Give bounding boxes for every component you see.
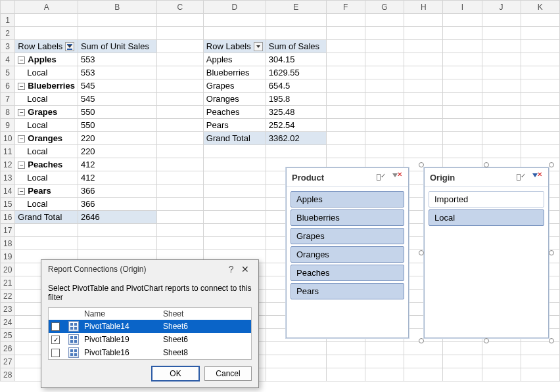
cell[interactable]: Oranges [203,93,266,106]
row-header[interactable]: 11 [1,145,15,158]
cell[interactable]: 252.54 [266,119,326,132]
col-header[interactable]: G [365,1,404,14]
cell[interactable]: Row Labels [15,40,78,53]
cell[interactable] [203,27,266,40]
slicer-item[interactable]: Imported [429,191,544,207]
cell[interactable] [203,171,266,185]
cell[interactable] [326,93,365,106]
cell[interactable] [521,14,559,27]
cell[interactable]: 304.15 [266,53,326,66]
clear-filter-icon[interactable] [391,172,403,183]
cell[interactable] [404,93,443,106]
dialog-row[interactable]: ✓PivotTable19Sheet6 [49,333,251,346]
cell[interactable] [365,355,404,368]
cell[interactable] [482,355,521,368]
cell[interactable]: Local [15,198,78,211]
cell[interactable] [404,342,443,355]
cell[interactable] [404,355,443,368]
row-header[interactable]: 21 [1,276,15,290]
cell[interactable] [365,368,404,381]
cell[interactable] [365,342,404,355]
cell[interactable] [326,368,365,381]
cell[interactable]: Local [15,66,78,79]
cell[interactable]: Local [15,93,78,106]
cell[interactable] [156,106,203,119]
row-header[interactable]: 7 [1,93,15,106]
row-header[interactable]: 10 [1,132,15,145]
cell[interactable]: −Blueberries [15,79,78,93]
cell[interactable] [203,237,266,250]
checkbox[interactable]: ✓ [51,336,60,344]
cell[interactable]: Local [15,171,78,185]
clear-filter-icon[interactable] [531,172,543,183]
cell[interactable]: Peaches [203,106,266,119]
row-header[interactable]: 22 [1,290,15,303]
cell[interactable]: 553 [78,53,156,66]
cell[interactable] [521,355,559,368]
row-header[interactable]: 17 [1,224,15,237]
slicer-item[interactable]: Pears [291,283,404,299]
cell[interactable]: 195.8 [266,93,326,106]
cell[interactable] [156,93,203,106]
cell[interactable]: −Grapes [15,106,78,119]
cell[interactable] [443,119,482,132]
row-header[interactable]: 6 [1,79,15,93]
cell[interactable]: 3362.02 [266,132,326,145]
cell[interactable] [404,27,443,40]
collapse-icon[interactable]: − [18,83,25,90]
cell[interactable] [326,355,365,368]
cell[interactable]: 2646 [78,211,156,224]
cell[interactable] [365,14,404,27]
cell[interactable] [203,14,266,27]
filter-icon[interactable] [254,42,263,51]
cell[interactable]: 550 [78,106,156,119]
cell[interactable] [203,145,266,158]
report-connections-dialog[interactable]: Report Connections (Origin) ? ✕ Select P… [41,259,259,388]
cell[interactable] [443,93,482,106]
cell[interactable] [266,145,326,158]
checkbox[interactable] [51,349,60,357]
cell[interactable] [203,211,266,224]
cell[interactable] [482,40,521,53]
cell[interactable]: Pears [203,119,266,132]
cell[interactable] [482,145,521,158]
close-icon[interactable]: ✕ [239,264,252,274]
cell[interactable] [203,158,266,171]
slicer-item[interactable]: Peaches [291,265,404,281]
cell[interactable] [326,119,365,132]
cell[interactable]: 550 [78,119,156,132]
cell[interactable] [443,145,482,158]
cell[interactable]: 366 [78,198,156,211]
cell[interactable] [203,185,266,198]
help-icon[interactable]: ? [226,264,237,274]
cell[interactable]: 220 [78,132,156,145]
cell[interactable] [365,106,404,119]
row-header[interactable]: 27 [1,355,15,368]
cell[interactable] [521,40,559,53]
cell[interactable] [266,27,326,40]
cell[interactable] [404,106,443,119]
col-header[interactable]: H [404,1,443,14]
cell[interactable] [404,66,443,79]
cell[interactable] [156,40,203,53]
cell[interactable]: 325.48 [266,106,326,119]
row-header[interactable]: 24 [1,316,15,329]
cell[interactable] [521,132,559,145]
cell[interactable] [443,27,482,40]
cell[interactable] [365,132,404,145]
cell[interactable]: Grapes [203,79,266,93]
cell[interactable] [404,53,443,66]
cell[interactable]: Local [15,119,78,132]
dialog-row[interactable]: ✓PivotTable14Sheet6 [49,320,251,333]
cell[interactable] [156,27,203,40]
cell[interactable]: −Apples [15,53,78,66]
ok-button[interactable]: OK [152,366,199,381]
cell[interactable] [156,53,203,66]
multiselect-icon[interactable] [515,172,527,183]
col-header[interactable]: D [203,1,266,14]
col-header[interactable]: K [521,1,559,14]
cell[interactable] [203,198,266,211]
col-header[interactable]: J [482,1,521,14]
collapse-icon[interactable]: − [18,188,25,195]
row-header[interactable]: 20 [1,263,15,276]
